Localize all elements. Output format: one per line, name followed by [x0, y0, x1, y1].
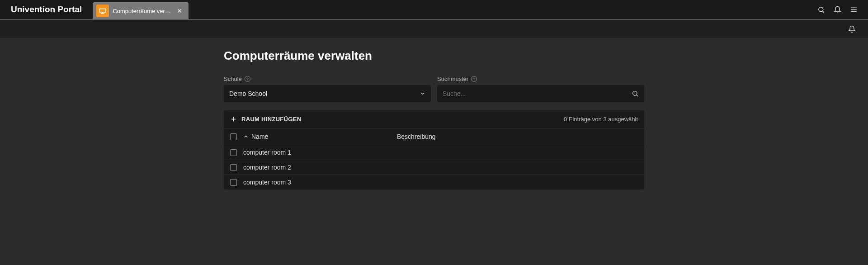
sort-asc-icon — [243, 134, 249, 139]
table-row: computer room 1 — [224, 145, 644, 160]
svg-point-10 — [633, 91, 637, 95]
header-icons — [814, 2, 868, 17]
school-select-value: Demo School — [229, 90, 267, 97]
portal-title[interactable]: Univention Portal — [0, 0, 93, 19]
computer-room-icon — [96, 5, 109, 17]
help-icon[interactable]: ? — [471, 76, 477, 82]
column-name-header[interactable]: Name — [243, 133, 397, 140]
close-icon[interactable] — [175, 7, 184, 14]
search-icon[interactable] — [814, 2, 828, 17]
svg-line-6 — [822, 11, 824, 12]
row-checkbox[interactable] — [230, 179, 237, 186]
top-header: Univention Portal Computerräume verw... — [0, 0, 868, 20]
tab-computer-rooms[interactable]: Computerräume verw... — [93, 2, 189, 19]
search-field — [437, 85, 644, 102]
selection-text: 0 Einträge von 3 ausgewählt — [564, 116, 638, 123]
row-name[interactable]: computer room 3 — [243, 179, 291, 186]
content: Computerräume verwalten Schule ? Demo Sc… — [0, 38, 868, 200]
svg-line-11 — [637, 95, 638, 96]
menu-icon[interactable] — [846, 2, 861, 17]
row-checkbox[interactable] — [230, 164, 237, 171]
svg-point-5 — [818, 7, 823, 11]
row-checkbox[interactable] — [230, 149, 237, 156]
bell-icon[interactable] — [830, 2, 844, 17]
tab-label: Computerräume verw... — [113, 8, 171, 14]
school-select[interactable]: Demo School — [224, 85, 431, 102]
filter-school: Schule ? Demo School — [224, 76, 431, 102]
content-inner: Computerräume verwalten Schule ? Demo Sc… — [224, 49, 644, 189]
table-header: Name Beschreibung — [224, 128, 644, 145]
table-row: computer room 2 — [224, 160, 644, 175]
table-toolbar: RAUM HINZUFÜGEN 0 Einträge von 3 ausgewä… — [224, 110, 644, 128]
row-name[interactable]: computer room 2 — [243, 164, 291, 171]
plus-icon — [230, 116, 237, 123]
table-row: computer room 3 — [224, 175, 644, 189]
search-label: Suchmuster ? — [437, 76, 644, 82]
add-room-button[interactable]: RAUM HINZUFÜGEN — [230, 116, 301, 123]
filter-row: Schule ? Demo School Suchmuster ? — [224, 76, 644, 102]
sub-header — [0, 20, 868, 38]
filter-search: Suchmuster ? — [437, 76, 644, 102]
bell-icon[interactable] — [844, 22, 859, 36]
chevron-down-icon — [420, 91, 425, 96]
add-button-label: RAUM HINZUFÜGEN — [241, 116, 301, 123]
page-title: Computerräume verwalten — [224, 49, 644, 63]
row-name[interactable]: computer room 1 — [243, 149, 291, 156]
search-icon[interactable] — [632, 90, 639, 97]
search-input[interactable] — [443, 90, 632, 97]
help-icon[interactable]: ? — [245, 76, 250, 82]
column-description-header[interactable]: Beschreibung — [397, 133, 638, 140]
select-all-checkbox[interactable] — [230, 133, 237, 140]
svg-rect-0 — [100, 9, 106, 13]
school-label: Schule ? — [224, 76, 431, 82]
table-container: RAUM HINZUFÜGEN 0 Einträge von 3 ausgewä… — [224, 110, 644, 189]
